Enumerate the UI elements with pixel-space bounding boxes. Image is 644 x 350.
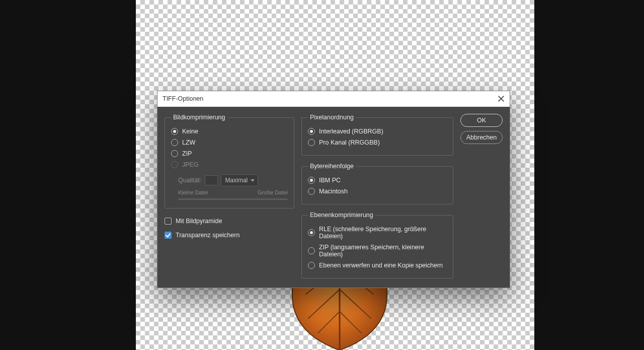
radio-icon [171, 161, 178, 168]
byte-order-legend: Bytereihenfolge [308, 163, 356, 170]
checkbox-icon [165, 218, 172, 225]
middle-column: Pixelanordnung Interleaved (RGBRGB) Pro … [301, 114, 453, 278]
button-label: Abbrechen [466, 134, 497, 141]
layer-compression-zip[interactable]: ZIP (langsameres Speichern, kleinere Dat… [308, 242, 447, 260]
dialog-actions: OK Abbrechen [460, 114, 503, 278]
option-label: ZIP [182, 150, 192, 157]
option-label: ZIP (langsameres Speichern, kleinere Dat… [319, 244, 447, 258]
byte-order-ibm[interactable]: IBM PC [308, 175, 447, 186]
quality-slider [178, 198, 288, 200]
layer-compression-rle[interactable]: RLE (schnellere Speicherung, größere Dat… [308, 224, 447, 242]
option-label: IBM PC [319, 177, 341, 184]
radio-icon [308, 247, 315, 254]
radio-icon [308, 188, 315, 195]
byte-order-group: Bytereihenfolge IBM PC Macintosh [301, 163, 453, 204]
close-icon [498, 95, 505, 102]
small-file-label: Kleine Datei [178, 189, 208, 195]
option-label: RLE (schnellere Speicherung, größere Dat… [319, 226, 447, 240]
quality-preset-value: Maximal [225, 177, 248, 184]
tiff-options-dialog: TIFF-Optionen Bildkomprimierung Keine [157, 91, 510, 288]
layer-compression-flatten[interactable]: Ebenen verwerfen und eine Kopie speicher… [308, 260, 447, 271]
radio-icon [308, 177, 315, 184]
radio-icon [171, 128, 178, 135]
option-label: Pro Kanal (RRGGBB) [319, 139, 380, 146]
dialog-titlebar: TIFF-Optionen [157, 91, 510, 107]
image-compression-none[interactable]: Keine [171, 126, 288, 137]
left-column: Bildkomprimierung Keine LZW ZIP [165, 114, 294, 278]
dialog-body: Bildkomprimierung Keine LZW ZIP [157, 107, 510, 288]
radio-icon [308, 229, 315, 236]
option-label: JPEG [182, 161, 199, 168]
image-compression-group: Bildkomprimierung Keine LZW ZIP [165, 114, 294, 208]
image-compression-jpeg: JPEG [171, 159, 288, 170]
pixel-order-group: Pixelanordnung Interleaved (RGBRGB) Pro … [301, 114, 453, 156]
option-label: Macintosh [319, 188, 348, 195]
image-compression-lzw[interactable]: LZW [171, 137, 288, 148]
layer-compression-group: Ebenenkomprimierung RLE (schnellere Spei… [301, 212, 453, 278]
radio-icon [308, 128, 315, 135]
radio-icon [308, 139, 315, 146]
pixel-order-legend: Pixelanordnung [308, 114, 356, 121]
close-button[interactable] [498, 95, 505, 102]
button-label: OK [477, 117, 486, 124]
quality-label: Qualität: [178, 177, 202, 184]
save-transparency-check[interactable]: Transparenz speichern [165, 230, 294, 241]
option-label: Mit Bildpyramide [176, 218, 222, 225]
quality-preset-select: Maximal [221, 174, 259, 186]
option-label: Interleaved (RGBRGB) [319, 128, 383, 135]
dialog-title: TIFF-Optionen [163, 95, 203, 102]
chevron-down-icon [251, 179, 255, 182]
cancel-button[interactable]: Abbrechen [460, 131, 503, 144]
radio-icon [171, 139, 178, 146]
jpeg-quality-block: Qualität: Maximal Kleine Datei Große Dat… [171, 174, 288, 200]
radio-icon [308, 262, 315, 269]
option-label: LZW [182, 139, 195, 146]
option-label: Ebenen verwerfen und eine Kopie speicher… [319, 262, 443, 269]
save-image-pyramid-check[interactable]: Mit Bildpyramide [165, 216, 294, 227]
layer-compression-legend: Ebenenkomprimierung [308, 212, 375, 219]
option-label: Keine [182, 128, 198, 135]
quality-input [205, 175, 218, 185]
byte-order-mac[interactable]: Macintosh [308, 186, 447, 197]
radio-icon [171, 150, 178, 157]
image-compression-zip[interactable]: ZIP [171, 148, 288, 159]
large-file-label: Große Datei [258, 189, 288, 195]
option-label: Transparenz speichern [176, 232, 239, 239]
pixel-order-per-channel[interactable]: Pro Kanal (RRGGBB) [308, 137, 447, 148]
app-root: TIFF-Optionen Bildkomprimierung Keine [0, 0, 644, 350]
ok-button[interactable]: OK [460, 114, 503, 127]
checkbox-icon [165, 232, 172, 239]
pixel-order-interleaved[interactable]: Interleaved (RGBRGB) [308, 126, 447, 137]
image-compression-legend: Bildkomprimierung [171, 114, 227, 121]
